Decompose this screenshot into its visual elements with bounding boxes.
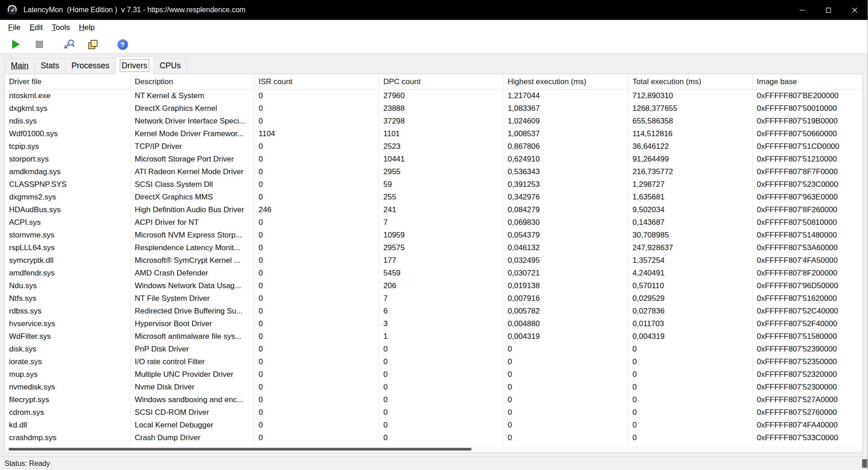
table-row[interactable]: Wdf01000.sysKernel Mode Driver Framewor.… [5, 128, 863, 140]
cell: NT File System Driver [131, 292, 255, 305]
tab-drivers[interactable]: Drivers [115, 57, 154, 74]
table-row[interactable]: amdkmdag.sysATI Radeon Kernel Mode Drive… [5, 166, 863, 178]
close-button[interactable] [841, 0, 868, 20]
cell: Hypervisor Boot Driver [131, 318, 255, 330]
help-glyph: ? [120, 41, 124, 48]
table-row[interactable]: tcpip.sysTCP/IP Driver025230,86780636,64… [5, 140, 863, 153]
table-row[interactable]: crashdmp.sysCrash Dump Driver00000xFFFFF… [5, 432, 863, 444]
cell: rdbss.sys [5, 305, 131, 318]
tab-cpus[interactable]: CPUs [153, 58, 187, 74]
cell: 0 [255, 102, 379, 115]
maximize-button[interactable] [815, 0, 841, 20]
resize-grip[interactable] [862, 459, 867, 468]
menu-help[interactable]: Help [74, 21, 99, 34]
table-row[interactable]: filecrypt.sysWindows sandboxing and enc.… [5, 394, 863, 406]
cell: 0 [255, 90, 379, 102]
column-header-isr-count[interactable]: ISR count [255, 74, 379, 89]
table-row[interactable]: iorate.sysI/O rate control Filter00000xF… [5, 356, 863, 368]
menu-file[interactable]: File [4, 21, 25, 34]
table-row[interactable]: WdFilter.sysMicrosoft antimalware file s… [5, 330, 863, 343]
tools-icon [63, 38, 75, 50]
table-row[interactable]: ntoskrnl.exeNT Kernel & System0279601,21… [5, 90, 863, 102]
cell: Resplendence Latency Monit... [131, 242, 255, 254]
cell: SCSI Class System Dll [131, 178, 255, 191]
cell: 0xFFFFF807'52350000 [753, 356, 863, 368]
cell: Windows Network Data Usag... [131, 280, 255, 292]
cell: 0xFFFFF807'8F200000 [753, 267, 863, 280]
table-row[interactable]: CLASSPNP.SYSSCSI Class System Dll0590,39… [5, 178, 863, 191]
cell: 177 [379, 254, 504, 267]
table-row[interactable]: cdrom.sysSCSI CD-ROM Driver00000xFFFFF80… [5, 406, 863, 419]
tab-processes[interactable]: Processes [65, 58, 116, 74]
cell: I/O rate control Filter [131, 356, 255, 368]
cell: 0 [255, 305, 379, 318]
cell: iorate.sys [5, 356, 131, 368]
cell: 0xFFFFF807'52300000 [753, 381, 863, 394]
table-row[interactable]: disk.sysPnP Disk Driver00000xFFFFF807'52… [5, 343, 863, 356]
cell: amdfendr.sys [5, 267, 131, 280]
table-header: Driver fileDescriptionISR countDPC count… [5, 74, 863, 90]
table-row[interactable]: kd.dllLocal Kernel Debugger00000xFFFFF80… [5, 419, 863, 432]
column-header-image-base[interactable]: Image base [753, 74, 863, 89]
cell: 0xFFFFF807'51480000 [753, 229, 863, 242]
table-row[interactable]: dxgkrnl.sysDirectX Graphics Kernel023888… [5, 102, 863, 115]
stop-monitor-button[interactable] [32, 37, 47, 52]
cell: kd.dll [5, 419, 131, 432]
cell: 1268,377655 [628, 102, 753, 115]
table-row[interactable]: amdfendr.sysAMD Crash Defender054590,030… [5, 267, 863, 280]
horizontal-scrollbar-thumb[interactable] [9, 448, 472, 451]
column-header-highest-execution-ms[interactable]: Highest execution (ms) [504, 74, 628, 89]
cell: 27960 [379, 90, 504, 102]
table-row[interactable]: Ntfs.sysNT File System Driver070,0079160… [5, 292, 863, 305]
stop-icon [36, 41, 43, 48]
cell: nvmedisk.sys [5, 381, 131, 394]
table-row[interactable]: HDAudBus.sysHigh Definition Audio Bus Dr… [5, 204, 863, 216]
cell: 0,342976 [504, 191, 628, 204]
app-icon [6, 4, 18, 16]
cell: 0xFFFFF807'519B0000 [753, 115, 863, 128]
table-row[interactable]: symcryptk.dllMicrosoft® SymCrypt Kernel … [5, 254, 863, 267]
minimize-button[interactable] [789, 0, 815, 20]
horizontal-scrollbar[interactable] [5, 446, 863, 452]
close-icon [852, 7, 858, 13]
tab-main[interactable]: Main [5, 58, 35, 74]
cell: Microsoft Storage Port Driver [131, 153, 255, 166]
cell: 0 [628, 432, 753, 444]
column-header-driver-file[interactable]: Driver file [5, 74, 131, 89]
table-row[interactable]: ACPI.sysACPI Driver for NT070,0698300,14… [5, 216, 863, 229]
cell: AMD Crash Defender [131, 267, 255, 280]
tools-button[interactable] [61, 37, 77, 52]
menu-edit[interactable]: Edit [25, 21, 47, 34]
table-row[interactable]: mup.sysMultiple UNC Provider Driver00000… [5, 368, 863, 381]
cell: 0,084279 [504, 204, 628, 216]
cell: 0 [255, 242, 379, 254]
cell: 7 [379, 292, 504, 305]
copy-report-button[interactable] [85, 37, 100, 52]
cell: storport.sys [5, 153, 131, 166]
latencymon-window: LatencyMon (Home Edition ) v 7.31 - http… [0, 0, 868, 470]
table-row[interactable]: nvmedisk.sysNvme Disk Driver00000xFFFFF8… [5, 381, 863, 394]
menu-tools[interactable]: Tools [47, 21, 75, 34]
cell: 0,007916 [504, 292, 628, 305]
cell: 0,046132 [504, 242, 628, 254]
cell: SCSI CD-ROM Driver [131, 406, 255, 419]
table-row[interactable]: hvservice.sysHypervisor Boot Driver030,0… [5, 318, 863, 330]
cell: 241 [379, 204, 504, 216]
cell: 0 [379, 356, 504, 368]
table-row[interactable]: dxgmms2.sysDirectX Graphics MMS02550,342… [5, 191, 863, 204]
cell: 0xFFFFF807'96D50000 [753, 280, 863, 292]
drivers-pane: Driver fileDescriptionISR countDPC count… [5, 74, 863, 453]
column-header-dpc-count[interactable]: DPC count [379, 74, 504, 89]
help-button[interactable]: ? [115, 37, 130, 52]
table-row[interactable]: Ndu.sysWindows Network Data Usag...02060… [5, 280, 863, 292]
cell: 255 [379, 191, 504, 204]
column-header-description[interactable]: Description [131, 74, 255, 89]
column-header-total-execution-ms[interactable]: Total execution (ms) [628, 74, 753, 89]
table-row[interactable]: ndis.sysNetwork Driver Interface Speci..… [5, 115, 863, 128]
table-row[interactable]: rdbss.sysRedirected Drive Buffering Su..… [5, 305, 863, 318]
start-monitor-button[interactable] [8, 37, 24, 52]
table-row[interactable]: rspLLL64.sysResplendence Latency Monit..… [5, 242, 863, 254]
tab-stats[interactable]: Stats [34, 58, 66, 74]
table-row[interactable]: storport.sysMicrosoft Storage Port Drive… [5, 153, 863, 166]
table-row[interactable]: stornvme.sysMicrosoft NVM Express Storp.… [5, 229, 863, 242]
